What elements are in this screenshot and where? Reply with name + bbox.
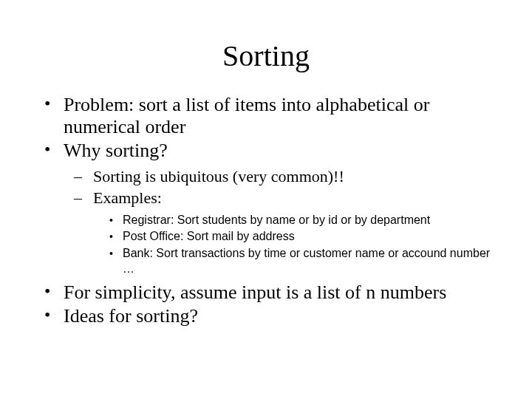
bullet-list-lvl1: Problem: sort a list of items into alpha… <box>43 94 502 327</box>
list-item: Why sorting? Sorting is ubiquitous (very… <box>43 140 502 277</box>
list-item: Sorting is ubiquitous (very common)!! <box>74 166 502 187</box>
slide: Sorting Problem: sort a list of items in… <box>0 0 532 399</box>
list-item: Post Office: Sort mail by address <box>109 229 502 245</box>
list-item-text: Examples: <box>93 188 162 207</box>
list-item: Examples: Registrar: Sort students by na… <box>74 188 502 277</box>
slide-content: Problem: sort a list of items into alpha… <box>0 94 532 327</box>
list-item: Registrar: Sort students by name or by i… <box>109 213 502 228</box>
bullet-list-lvl2: Sorting is ubiquitous (very common)!! Ex… <box>64 166 502 277</box>
list-item: For simplicity, assume input is a list o… <box>43 282 502 304</box>
list-item: Bank: Sort transactions by time or custo… <box>109 246 502 277</box>
list-item: Problem: sort a list of items into alpha… <box>43 94 502 138</box>
list-item-text: Why sorting? <box>64 140 168 161</box>
slide-title: Sorting <box>0 0 532 94</box>
bullet-list-lvl3: Registrar: Sort students by name or by i… <box>93 213 502 277</box>
list-item: Ideas for sorting? <box>43 305 502 327</box>
